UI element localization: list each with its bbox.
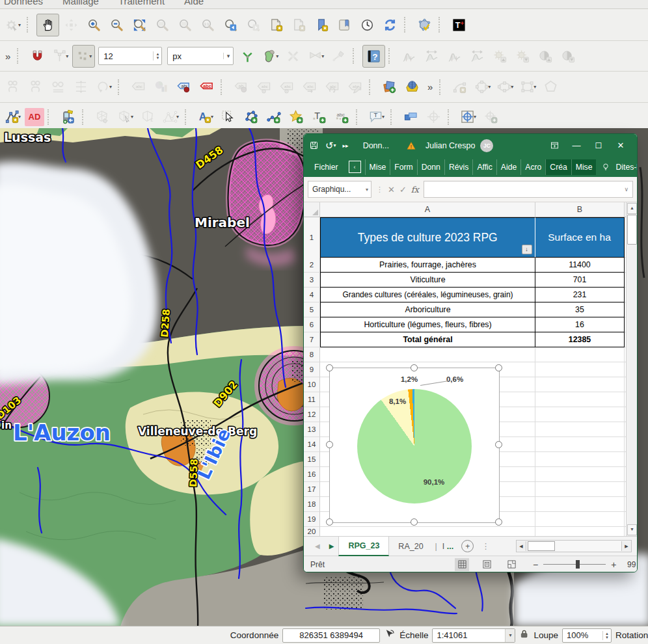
extent-toggle-icon[interactable] <box>384 628 396 642</box>
select-annotation[interactable] <box>217 106 239 127</box>
ribbon-display-options-button[interactable] <box>543 137 565 154</box>
map-tips[interactable]: T▾ <box>366 106 387 127</box>
undo-button[interactable]: ↺ <box>325 140 334 152</box>
new-sheet-button[interactable]: + <box>461 540 474 552</box>
ribbon-context-tab-mise[interactable]: Mise <box>571 159 597 175</box>
coordinate-input[interactable]: 826351 6389494 <box>282 628 380 643</box>
snapping-units[interactable]: px▾ <box>167 47 234 65</box>
row-header-6[interactable]: 6 <box>304 317 320 332</box>
cell-b4[interactable]: 231 <box>535 288 625 302</box>
row-header-5[interactable]: 5 <box>304 302 320 317</box>
chart-handle-sw[interactable] <box>326 518 333 526</box>
cell-b13[interactable] <box>535 422 625 437</box>
chart-handle-w[interactable] <box>326 441 333 448</box>
cell-b20[interactable] <box>535 527 625 536</box>
cell-b12[interactable] <box>535 407 625 422</box>
temporal-controller[interactable] <box>357 14 378 36</box>
change-label-properties[interactable]: abc <box>344 76 366 98</box>
cell-a5[interactable]: Arboriculture <box>320 302 535 317</box>
ribbon-scroll-left[interactable]: ‹ <box>349 161 361 173</box>
new-map-view[interactable] <box>265 14 287 36</box>
zoom-last[interactable] <box>220 14 241 36</box>
processing-toolbox[interactable]: ▾ <box>2 14 23 36</box>
zoom-to-layer[interactable] <box>174 14 196 36</box>
cell-b5[interactable]: 35 <box>535 302 625 317</box>
chart-handle-e[interactable] <box>495 441 502 448</box>
close-button[interactable]: ✕ <box>610 137 632 154</box>
zoom-out[interactable] <box>106 14 128 36</box>
row-header-9[interactable]: 9 <box>304 362 320 377</box>
chart-handle-s[interactable] <box>411 518 418 526</box>
draw-regular-polygon[interactable] <box>540 76 561 98</box>
chart-handle-n[interactable] <box>411 364 418 371</box>
user-name[interactable]: Julian Crespo <box>425 141 475 150</box>
menu-mesh[interactable]: Maillage <box>62 0 99 7</box>
rotate-label[interactable]: abc <box>321 76 343 98</box>
sheet-nav-left[interactable]: ◀ <box>310 543 325 550</box>
cell-b2[interactable]: 11400 <box>535 258 625 273</box>
add-layers[interactable] <box>379 76 400 98</box>
cell-a6[interactable]: Horticulture (légumes, fleurs, fibres) <box>320 317 535 332</box>
ribbon-tab-form[interactable]: Form <box>390 159 416 175</box>
elevation-profile[interactable] <box>480 106 502 127</box>
cell-b16[interactable] <box>535 467 625 482</box>
cell-a20[interactable] <box>320 527 535 536</box>
new-3d-map-view[interactable] <box>288 14 310 36</box>
page-break-view-button[interactable] <box>504 558 519 571</box>
vertical-scroll-thumb[interactable] <box>627 215 637 245</box>
menu-help[interactable]: Aide <box>184 0 204 7</box>
show-label-callouts[interactable]: abc <box>276 76 297 98</box>
toolbar-extension[interactable]: » <box>2 51 14 62</box>
local-histogram-stretch[interactable] <box>398 46 420 67</box>
cell-b11[interactable] <box>535 392 625 407</box>
row-header-3[interactable]: 3 <box>304 273 320 288</box>
avoid-overlap[interactable]: ▾ <box>260 46 281 67</box>
sheet-tab-partial[interactable]: I ... <box>440 537 456 556</box>
zoom-in-button[interactable]: + <box>611 559 616 570</box>
cell-a1[interactable]: Types de culture 2023 RPG ↓ <box>320 217 535 258</box>
scroll-down-button[interactable]: ▼ <box>627 524 637 535</box>
pan-map[interactable] <box>36 14 59 36</box>
ribbon-tab-révis[interactable]: Révis <box>444 159 472 175</box>
snap-on-intersection[interactable] <box>282 46 304 67</box>
decrease-contrast[interactable] <box>558 46 579 67</box>
scale-combo[interactable]: 1:41061▾ <box>432 628 515 643</box>
zoom-full-extent[interactable] <box>129 14 150 36</box>
increase-contrast[interactable] <box>535 46 556 67</box>
self-snapping[interactable]: ▾ <box>305 46 327 67</box>
cell-b17[interactable] <box>535 482 625 497</box>
row-header-7[interactable]: 7 <box>304 332 320 347</box>
show-hide-labels[interactable]: abc <box>253 76 275 98</box>
cell-b8[interactable] <box>535 347 625 362</box>
cell-b7[interactable]: 12385 <box>535 332 625 347</box>
digitize-with-curve[interactable] <box>449 76 470 98</box>
cell-b1[interactable]: Surface en ha <box>535 217 625 258</box>
label-spacing[interactable] <box>70 76 92 98</box>
horizontal-scroll-thumb[interactable] <box>528 541 555 551</box>
select-all-corner[interactable] <box>304 202 320 217</box>
confirm-entry-button[interactable]: ✓ <box>399 185 407 195</box>
hscroll-left-button[interactable]: ◀ <box>517 541 526 551</box>
row-header-1[interactable]: 1 <box>304 217 320 258</box>
digitize-mesh-elements[interactable] <box>92 106 113 127</box>
cell-a3[interactable]: Viticulture <box>320 273 535 288</box>
zoom-native-resolution[interactable]: 1:1 <box>197 14 219 36</box>
cell-b18[interactable] <box>535 497 625 512</box>
scroll-up-button[interactable]: ▲ <box>627 203 637 214</box>
help[interactable]: ? <box>362 45 385 68</box>
decrease-brightness[interactable] <box>512 46 533 67</box>
full-histogram-stretch[interactable] <box>421 46 442 67</box>
row-header-19[interactable]: 19 <box>304 512 320 527</box>
show-spatial-bookmarks[interactable] <box>334 14 355 36</box>
cell-b19[interactable] <box>535 512 625 527</box>
row-header-8[interactable]: 8 <box>304 347 320 362</box>
column-header-a[interactable]: A <box>320 202 535 217</box>
create-html-annotation[interactable]: abc <box>331 106 353 127</box>
cell-a4[interactable]: Grandes cultures (céréales, légumineuses… <box>320 288 535 302</box>
unpin-labels[interactable] <box>25 76 46 98</box>
pan-to-selection[interactable] <box>61 14 82 36</box>
draw-circle[interactable]: ▾ <box>472 76 493 98</box>
menu-data[interactable]: Données <box>4 0 43 7</box>
cell-a2[interactable]: Prairies, fourrage, jachères <box>320 258 535 273</box>
normal-view-button[interactable] <box>455 558 469 571</box>
